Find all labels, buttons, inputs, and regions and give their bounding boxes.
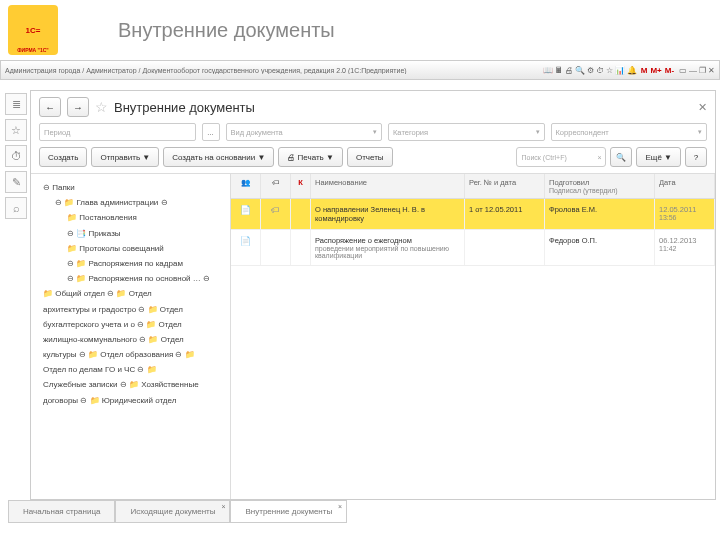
frame-close-icon[interactable]: ✕	[698, 101, 707, 114]
tree-node[interactable]: жилищно-коммунального ⊖ 📁 Отдел	[35, 332, 226, 347]
tree-node[interactable]: ⊖ Папки	[35, 180, 226, 195]
create-based-button[interactable]: Создать на основании ▼	[163, 147, 274, 167]
logo: 1С=ФИРМА "1С"	[8, 5, 58, 55]
tree-node[interactable]: культуры ⊖ 📁 Отдел образования ⊖ 📁	[35, 347, 226, 362]
tab[interactable]: Исходящие документы×	[115, 500, 230, 523]
maximize-icon[interactable]: —	[689, 66, 697, 75]
document-grid: 👥 🏷 К Наименование Рег. № и дата Подгото…	[231, 174, 715, 499]
restore-icon[interactable]: ❐	[699, 66, 706, 75]
rail-fav-icon[interactable]: ☆	[5, 119, 27, 141]
table-row[interactable]: 📄Распоряжение о ежегодномпроведении меро…	[231, 230, 715, 266]
page-title: Внутренние документы	[118, 19, 335, 42]
close-icon[interactable]: ✕	[708, 66, 715, 75]
create-button[interactable]: Создать	[39, 147, 87, 167]
grid-header: 👥 🏷 К Наименование Рег. № и дата Подгото…	[231, 174, 715, 199]
tree-node[interactable]: ⊖ 📁 Распоряжения по кадрам	[35, 256, 226, 271]
more-button[interactable]: Ещё ▼	[636, 147, 681, 167]
help-button[interactable]: ?	[685, 147, 707, 167]
app-title-bar: Администрация города / Администратор / Д…	[0, 60, 720, 80]
tree-node[interactable]: ⊖ 📑 Приказы	[35, 226, 226, 241]
tree-node[interactable]: архитектуры и градостро ⊖ 📁 Отдел	[35, 302, 226, 317]
tab[interactable]: Внутренние документы×	[230, 500, 347, 523]
minimize-icon[interactable]: ▭	[679, 66, 687, 75]
search-input[interactable]: Поиск (Ctrl+F)×	[516, 147, 606, 167]
main-frame: ≣ ☆ ⏱ ✎ ⌕ ← → ☆ Внутренние документы ✕ П…	[30, 90, 716, 500]
filter-correspondent[interactable]: Корреспондент▾	[551, 123, 708, 141]
breadcrumb: Администрация города / Администратор / Д…	[5, 67, 541, 74]
nav-back-button[interactable]: ←	[39, 97, 61, 117]
tree-node[interactable]: 📁 Постановления	[35, 210, 226, 225]
print-button[interactable]: 🖨 Печать ▼	[278, 147, 343, 167]
bottom-tabs: Начальная страницаИсходящие документы×Вн…	[8, 500, 347, 523]
reports-button[interactable]: Отчеты	[347, 147, 393, 167]
frame-title: Внутренние документы	[114, 100, 255, 115]
tab-close-icon[interactable]: ×	[338, 503, 342, 510]
tree-node[interactable]: 📁 Протоколы совещаний	[35, 241, 226, 256]
tree-node[interactable]: договоры ⊖ 📁 Юридический отдел	[35, 393, 226, 408]
tree-node[interactable]: Отдел по делам ГО и ЧС ⊖ 📁	[35, 362, 226, 377]
rail-menu-icon[interactable]: ≣	[5, 93, 27, 115]
tree-node[interactable]: Служебные записки ⊖ 📁 Хозяйственные	[35, 377, 226, 392]
rail-history-icon[interactable]: ⏱	[5, 145, 27, 167]
left-rail: ≣ ☆ ⏱ ✎ ⌕	[5, 91, 31, 221]
titlebar-icons: 📖🖩🖨🔍⚙⏱☆📊🔔 MM+M- ▭—❐✕	[541, 66, 715, 75]
folder-tree[interactable]: ⊖ Папки ⊖ 📁 Глава администрации ⊖ 📁 Пост…	[31, 174, 231, 499]
filter-period-more[interactable]: ...	[202, 123, 220, 141]
filter-category[interactable]: Категория▾	[388, 123, 545, 141]
nav-fwd-button[interactable]: →	[67, 97, 89, 117]
tab-close-icon[interactable]: ×	[221, 503, 225, 510]
send-button[interactable]: Отправить ▼	[91, 147, 159, 167]
search-button[interactable]: 🔍	[610, 147, 632, 167]
filter-doc-type[interactable]: Вид документа▾	[226, 123, 383, 141]
tree-node[interactable]: ⊖ 📁 Распоряжения по основной … ⊖	[35, 271, 226, 286]
tab[interactable]: Начальная страница	[8, 500, 115, 523]
rail-edit-icon[interactable]: ✎	[5, 171, 27, 193]
tree-node[interactable]: ⊖ 📁 Глава администрации ⊖	[35, 195, 226, 210]
table-row[interactable]: 📄🏷О направлении Зеленец Н. В. в командир…	[231, 199, 715, 230]
tree-node[interactable]: 📁 Общий отдел ⊖ 📁 Отдел	[35, 286, 226, 301]
rail-search-icon[interactable]: ⌕	[5, 197, 27, 219]
filter-period[interactable]: Период	[39, 123, 196, 141]
tree-node[interactable]: бухгалтерского учета и о ⊖ 📁 Отдел	[35, 317, 226, 332]
favorite-icon[interactable]: ☆	[95, 99, 108, 115]
